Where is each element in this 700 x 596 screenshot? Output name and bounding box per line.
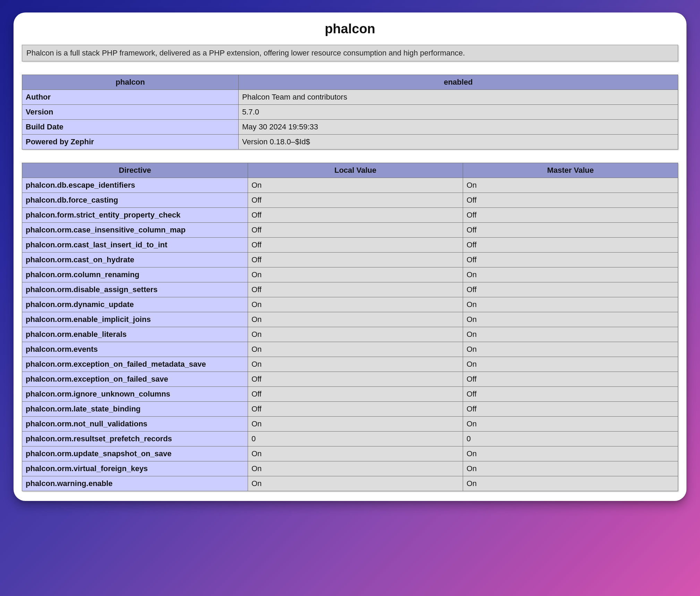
- directive-name: phalcon.orm.events: [22, 342, 248, 357]
- directive-name: phalcon.orm.enable_implicit_joins: [22, 312, 248, 327]
- directive-master-value: Off: [463, 193, 678, 208]
- info-value: May 30 2024 19:59:33: [239, 120, 678, 135]
- directive-local-value: Off: [248, 372, 463, 387]
- directive-name: phalcon.warning.enable: [22, 476, 248, 491]
- directive-local-value: 0: [248, 432, 463, 446]
- directive-name: phalcon.orm.column_renaming: [22, 267, 248, 282]
- directive-row: phalcon.warning.enableOnOn: [22, 476, 678, 491]
- directive-local-value: On: [248, 446, 463, 461]
- directive-row: phalcon.orm.virtual_foreign_keysOnOn: [22, 461, 678, 476]
- directive-master-value: On: [463, 267, 678, 282]
- directive-master-value: Off: [463, 372, 678, 387]
- directive-master-value: On: [463, 446, 678, 461]
- info-row: Version5.7.0: [22, 105, 678, 120]
- directive-local-value: Off: [248, 193, 463, 208]
- directive-master-value: On: [463, 357, 678, 372]
- directive-local-value: Off: [248, 282, 463, 297]
- directive-local-value: Off: [248, 402, 463, 417]
- info-header-row: phalcon enabled: [22, 75, 678, 90]
- directive-master-value: On: [463, 476, 678, 491]
- directive-row: phalcon.orm.enable_implicit_joinsOnOn: [22, 312, 678, 327]
- directive-name: phalcon.orm.cast_last_insert_id_to_int: [22, 238, 248, 253]
- phpinfo-card: phalcon Phalcon is a full stack PHP fram…: [14, 12, 686, 501]
- module-info-table: phalcon enabled AuthorPhalcon Team and c…: [22, 75, 678, 150]
- directive-name: phalcon.orm.not_null_validations: [22, 417, 248, 432]
- directive-name: phalcon.orm.exception_on_failed_metadata…: [22, 357, 248, 372]
- directive-local-value: Off: [248, 208, 463, 223]
- directive-name: phalcon.orm.late_state_binding: [22, 402, 248, 417]
- info-key: Powered by Zephir: [22, 135, 239, 150]
- master-value-header: Master Value: [463, 163, 678, 178]
- directive-local-value: On: [248, 476, 463, 491]
- info-row: AuthorPhalcon Team and contributors: [22, 90, 678, 105]
- directives-header-row: Directive Local Value Master Value: [22, 163, 678, 178]
- directive-name: phalcon.db.escape_identifiers: [22, 178, 248, 193]
- directive-row: phalcon.orm.column_renamingOnOn: [22, 267, 678, 282]
- directive-master-value: Off: [463, 223, 678, 238]
- directive-local-value: On: [248, 267, 463, 282]
- directive-name: phalcon.orm.disable_assign_setters: [22, 282, 248, 297]
- directive-local-value: Off: [248, 238, 463, 253]
- directive-name: phalcon.orm.case_insensitive_column_map: [22, 223, 248, 238]
- directive-name: phalcon.orm.enable_literals: [22, 327, 248, 342]
- directive-row: phalcon.orm.exception_on_failed_metadata…: [22, 357, 678, 372]
- directive-local-value: Off: [248, 387, 463, 402]
- directive-master-value: On: [463, 327, 678, 342]
- directive-name: phalcon.orm.ignore_unknown_columns: [22, 387, 248, 402]
- directive-local-value: Off: [248, 223, 463, 238]
- info-value: Version 0.18.0–$Id$: [239, 135, 678, 150]
- directive-row: phalcon.orm.late_state_bindingOffOff: [22, 402, 678, 417]
- info-row: Build DateMay 30 2024 19:59:33: [22, 120, 678, 135]
- directive-master-value: Off: [463, 387, 678, 402]
- directive-local-value: On: [248, 342, 463, 357]
- info-value: 5.7.0: [239, 105, 678, 120]
- directive-row: phalcon.orm.exception_on_failed_saveOffO…: [22, 372, 678, 387]
- directive-master-value: On: [463, 342, 678, 357]
- directive-local-value: Off: [248, 253, 463, 267]
- directive-local-value: On: [248, 327, 463, 342]
- directive-local-value: On: [248, 312, 463, 327]
- directive-row: phalcon.orm.disable_assign_settersOffOff: [22, 282, 678, 297]
- info-header-name: phalcon: [22, 75, 239, 90]
- directive-master-value: 0: [463, 432, 678, 446]
- directive-row: phalcon.orm.cast_on_hydrateOffOff: [22, 253, 678, 267]
- directive-name: phalcon.orm.virtual_foreign_keys: [22, 461, 248, 476]
- directive-row: phalcon.orm.eventsOnOn: [22, 342, 678, 357]
- directive-master-value: On: [463, 178, 678, 193]
- directive-row: phalcon.orm.enable_literalsOnOn: [22, 327, 678, 342]
- directive-row: phalcon.orm.dynamic_updateOnOn: [22, 297, 678, 312]
- directive-row: phalcon.orm.update_snapshot_on_saveOnOn: [22, 446, 678, 461]
- info-key: Version: [22, 105, 239, 120]
- directive-master-value: Off: [463, 402, 678, 417]
- directive-master-value: On: [463, 417, 678, 432]
- directive-master-value: On: [463, 312, 678, 327]
- directive-row: phalcon.orm.cast_last_insert_id_to_intOf…: [22, 238, 678, 253]
- directive-name: phalcon.orm.update_snapshot_on_save: [22, 446, 248, 461]
- directive-local-value: On: [248, 461, 463, 476]
- info-row: Powered by ZephirVersion 0.18.0–$Id$: [22, 135, 678, 150]
- directive-name: phalcon.orm.cast_on_hydrate: [22, 253, 248, 267]
- directive-local-value: On: [248, 417, 463, 432]
- directive-name: phalcon.orm.resultset_prefetch_records: [22, 432, 248, 446]
- directives-table: Directive Local Value Master Value phalc…: [22, 163, 678, 491]
- module-title: phalcon: [22, 22, 678, 36]
- directive-row: phalcon.orm.not_null_validationsOnOn: [22, 417, 678, 432]
- directive-row: phalcon.orm.case_insensitive_column_mapO…: [22, 223, 678, 238]
- directive-master-value: On: [463, 461, 678, 476]
- directive-row: phalcon.db.escape_identifiersOnOn: [22, 178, 678, 193]
- directive-master-value: Off: [463, 253, 678, 267]
- info-key: Build Date: [22, 120, 239, 135]
- directive-header: Directive: [22, 163, 248, 178]
- info-value: Phalcon Team and contributors: [239, 90, 678, 105]
- directive-row: phalcon.orm.ignore_unknown_columnsOffOff: [22, 387, 678, 402]
- directive-name: phalcon.db.force_casting: [22, 193, 248, 208]
- directive-master-value: On: [463, 297, 678, 312]
- directive-master-value: Off: [463, 282, 678, 297]
- directive-row: phalcon.db.force_castingOffOff: [22, 193, 678, 208]
- directive-name: phalcon.orm.exception_on_failed_save: [22, 372, 248, 387]
- directive-master-value: Off: [463, 238, 678, 253]
- directive-row: phalcon.orm.resultset_prefetch_records00: [22, 432, 678, 446]
- module-description: Phalcon is a full stack PHP framework, d…: [22, 45, 678, 61]
- directive-master-value: Off: [463, 208, 678, 223]
- directive-name: phalcon.orm.dynamic_update: [22, 297, 248, 312]
